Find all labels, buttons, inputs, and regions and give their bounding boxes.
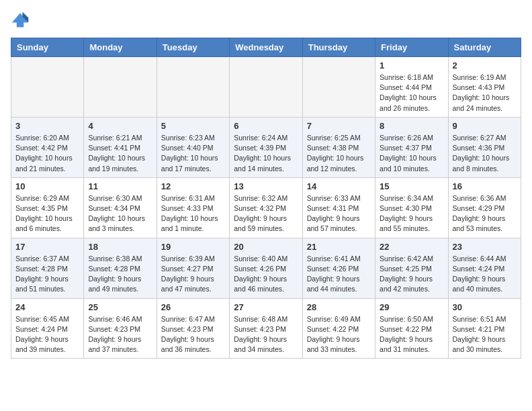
calendar-cell: 12Sunrise: 6:31 AM Sunset: 4:33 PM Dayli…	[157, 177, 229, 238]
day-info: Sunrise: 6:46 AM Sunset: 4:23 PM Dayligh…	[88, 314, 152, 355]
calendar-cell: 27Sunrise: 6:48 AM Sunset: 4:23 PM Dayli…	[230, 298, 302, 359]
day-info: Sunrise: 6:25 AM Sunset: 4:38 PM Dayligh…	[307, 133, 371, 174]
day-number: 11	[88, 181, 152, 191]
day-number: 10	[15, 181, 79, 191]
day-info: Sunrise: 6:24 AM Sunset: 4:39 PM Dayligh…	[234, 133, 298, 174]
weekday-header: Wednesday	[230, 38, 302, 57]
day-number: 12	[161, 181, 225, 191]
calendar-cell: 18Sunrise: 6:38 AM Sunset: 4:28 PM Dayli…	[84, 238, 157, 298]
calendar-cell	[84, 57, 157, 118]
day-info: Sunrise: 6:21 AM Sunset: 4:41 PM Dayligh…	[88, 133, 152, 174]
day-number: 9	[453, 121, 517, 131]
day-info: Sunrise: 6:34 AM Sunset: 4:30 PM Dayligh…	[380, 193, 443, 234]
calendar-cell: 13Sunrise: 6:32 AM Sunset: 4:32 PM Dayli…	[230, 177, 302, 238]
day-number: 29	[380, 302, 443, 312]
weekday-header: Monday	[84, 38, 157, 57]
day-number: 19	[161, 242, 225, 252]
day-number: 5	[161, 121, 225, 131]
day-info: Sunrise: 6:36 AM Sunset: 4:29 PM Dayligh…	[453, 193, 517, 234]
day-number: 17	[15, 242, 79, 252]
day-info: Sunrise: 6:44 AM Sunset: 4:24 PM Dayligh…	[453, 254, 517, 295]
calendar-cell: 24Sunrise: 6:45 AM Sunset: 4:24 PM Dayli…	[11, 298, 84, 359]
day-info: Sunrise: 6:47 AM Sunset: 4:23 PM Dayligh…	[161, 314, 225, 355]
day-info: Sunrise: 6:37 AM Sunset: 4:28 PM Dayligh…	[15, 254, 79, 295]
day-number: 15	[380, 181, 443, 191]
calendar-cell: 15Sunrise: 6:34 AM Sunset: 4:30 PM Dayli…	[375, 177, 448, 238]
day-info: Sunrise: 6:32 AM Sunset: 4:32 PM Dayligh…	[234, 193, 298, 234]
calendar-cell: 28Sunrise: 6:49 AM Sunset: 4:22 PM Dayli…	[302, 298, 375, 359]
day-info: Sunrise: 6:41 AM Sunset: 4:26 PM Dayligh…	[307, 254, 371, 295]
day-number: 14	[307, 181, 371, 191]
day-number: 7	[307, 121, 371, 131]
day-info: Sunrise: 6:39 AM Sunset: 4:27 PM Dayligh…	[161, 254, 225, 295]
calendar-cell: 7Sunrise: 6:25 AM Sunset: 4:38 PM Daylig…	[302, 117, 375, 177]
calendar-cell	[230, 57, 302, 118]
day-number: 20	[234, 242, 298, 252]
day-number: 4	[88, 121, 152, 131]
day-number: 21	[307, 242, 371, 252]
day-number: 28	[307, 302, 371, 312]
day-number: 6	[234, 121, 298, 131]
day-info: Sunrise: 6:45 AM Sunset: 4:24 PM Dayligh…	[15, 314, 79, 355]
weekday-header: Saturday	[448, 38, 521, 57]
calendar-cell	[302, 57, 375, 118]
calendar-cell: 19Sunrise: 6:39 AM Sunset: 4:27 PM Dayli…	[157, 238, 229, 298]
day-number: 22	[380, 242, 443, 252]
calendar-cell: 14Sunrise: 6:33 AM Sunset: 4:31 PM Dayli…	[302, 177, 375, 238]
day-info: Sunrise: 6:50 AM Sunset: 4:22 PM Dayligh…	[380, 314, 443, 355]
weekday-header: Tuesday	[157, 38, 229, 57]
day-info: Sunrise: 6:49 AM Sunset: 4:22 PM Dayligh…	[307, 314, 371, 355]
calendar-table: SundayMondayTuesdayWednesdayThursdayFrid…	[11, 38, 521, 359]
day-info: Sunrise: 6:29 AM Sunset: 4:35 PM Dayligh…	[15, 193, 79, 234]
day-info: Sunrise: 6:18 AM Sunset: 4:44 PM Dayligh…	[380, 73, 443, 113]
calendar-cell: 11Sunrise: 6:30 AM Sunset: 4:34 PM Dayli…	[84, 177, 157, 238]
calendar-cell: 20Sunrise: 6:40 AM Sunset: 4:26 PM Dayli…	[230, 238, 302, 298]
calendar-cell: 21Sunrise: 6:41 AM Sunset: 4:26 PM Dayli…	[302, 238, 375, 298]
weekday-header: Sunday	[11, 38, 84, 57]
logo	[11, 11, 32, 30]
calendar-cell: 17Sunrise: 6:37 AM Sunset: 4:28 PM Dayli…	[11, 238, 84, 298]
day-number: 23	[453, 242, 517, 252]
day-info: Sunrise: 6:31 AM Sunset: 4:33 PM Dayligh…	[161, 193, 225, 234]
day-number: 18	[88, 242, 152, 252]
weekday-header: Friday	[375, 38, 448, 57]
day-info: Sunrise: 6:40 AM Sunset: 4:26 PM Dayligh…	[234, 254, 298, 295]
calendar-cell: 16Sunrise: 6:36 AM Sunset: 4:29 PM Dayli…	[448, 177, 521, 238]
day-number: 3	[15, 121, 79, 131]
calendar-cell: 26Sunrise: 6:47 AM Sunset: 4:23 PM Dayli…	[157, 298, 229, 359]
day-info: Sunrise: 6:33 AM Sunset: 4:31 PM Dayligh…	[307, 193, 371, 234]
day-number: 25	[88, 302, 152, 312]
day-info: Sunrise: 6:26 AM Sunset: 4:37 PM Dayligh…	[380, 133, 443, 174]
day-info: Sunrise: 6:42 AM Sunset: 4:25 PM Dayligh…	[380, 254, 443, 295]
day-info: Sunrise: 6:27 AM Sunset: 4:36 PM Dayligh…	[453, 133, 517, 174]
day-number: 1	[380, 60, 443, 71]
day-info: Sunrise: 6:30 AM Sunset: 4:34 PM Dayligh…	[88, 193, 152, 234]
day-number: 2	[453, 60, 517, 71]
calendar-cell: 6Sunrise: 6:24 AM Sunset: 4:39 PM Daylig…	[230, 117, 302, 177]
calendar-cell: 1Sunrise: 6:18 AM Sunset: 4:44 PM Daylig…	[375, 57, 448, 118]
day-info: Sunrise: 6:20 AM Sunset: 4:42 PM Dayligh…	[15, 133, 79, 174]
logo-icon	[11, 11, 30, 30]
calendar-cell: 3Sunrise: 6:20 AM Sunset: 4:42 PM Daylig…	[11, 117, 84, 177]
day-info: Sunrise: 6:23 AM Sunset: 4:40 PM Dayligh…	[161, 133, 225, 174]
calendar-cell: 10Sunrise: 6:29 AM Sunset: 4:35 PM Dayli…	[11, 177, 84, 238]
calendar-cell: 22Sunrise: 6:42 AM Sunset: 4:25 PM Dayli…	[375, 238, 448, 298]
day-number: 13	[234, 181, 298, 191]
calendar-cell	[11, 57, 84, 118]
calendar-cell: 23Sunrise: 6:44 AM Sunset: 4:24 PM Dayli…	[448, 238, 521, 298]
day-info: Sunrise: 6:48 AM Sunset: 4:23 PM Dayligh…	[234, 314, 298, 355]
day-info: Sunrise: 6:51 AM Sunset: 4:21 PM Dayligh…	[453, 314, 517, 355]
day-info: Sunrise: 6:38 AM Sunset: 4:28 PM Dayligh…	[88, 254, 152, 295]
calendar-cell: 8Sunrise: 6:26 AM Sunset: 4:37 PM Daylig…	[375, 117, 448, 177]
calendar-cell: 2Sunrise: 6:19 AM Sunset: 4:43 PM Daylig…	[448, 57, 521, 118]
day-number: 24	[15, 302, 79, 312]
calendar-cell: 30Sunrise: 6:51 AM Sunset: 4:21 PM Dayli…	[448, 298, 521, 359]
calendar-cell	[157, 57, 229, 118]
header-area	[11, 11, 521, 30]
day-number: 27	[234, 302, 298, 312]
calendar-cell: 29Sunrise: 6:50 AM Sunset: 4:22 PM Dayli…	[375, 298, 448, 359]
day-info: Sunrise: 6:19 AM Sunset: 4:43 PM Dayligh…	[453, 73, 517, 113]
day-number: 26	[161, 302, 225, 312]
calendar-cell: 5Sunrise: 6:23 AM Sunset: 4:40 PM Daylig…	[157, 117, 229, 177]
day-number: 16	[453, 181, 517, 191]
